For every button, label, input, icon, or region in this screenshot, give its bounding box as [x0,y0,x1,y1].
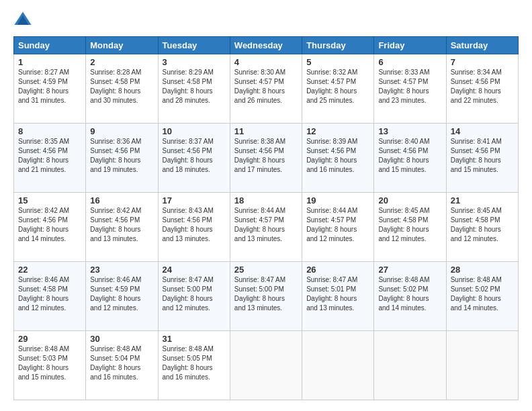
cell-info: Sunrise: 8:48 AMSunset: 5:02 PMDaylight:… [451,276,502,312]
logo [13,11,35,30]
calendar-cell: 14 Sunrise: 8:41 AMSunset: 4:56 PMDaylig… [446,124,518,193]
cell-info: Sunrise: 8:46 AMSunset: 4:59 PMDaylight:… [90,276,141,312]
header [13,11,519,30]
calendar-cell: 15 Sunrise: 8:42 AMSunset: 4:56 PMDaylig… [14,193,86,262]
cell-info: Sunrise: 8:28 AMSunset: 4:58 PMDaylight:… [90,68,141,104]
calendar-cell: 16 Sunrise: 8:42 AMSunset: 4:56 PMDaylig… [86,193,158,262]
day-number: 8 [18,126,81,136]
cell-info: Sunrise: 8:42 AMSunset: 4:56 PMDaylight:… [90,207,141,242]
day-header-monday: Monday [86,37,158,54]
day-number: 23 [90,265,153,275]
cell-info: Sunrise: 8:48 AMSunset: 5:02 PMDaylight:… [378,276,429,312]
calendar-cell: 19 Sunrise: 8:44 AMSunset: 4:57 PMDaylig… [302,193,374,262]
day-number: 27 [378,265,441,275]
day-number: 17 [163,195,226,205]
logo-icon [13,11,32,30]
day-header-saturday: Saturday [446,37,518,54]
week-row-2: 8 Sunrise: 8:35 AMSunset: 4:56 PMDayligh… [14,124,519,193]
cell-info: Sunrise: 8:27 AMSunset: 4:59 PMDaylight:… [18,68,69,104]
day-number: 1 [18,57,81,67]
cell-info: Sunrise: 8:36 AMSunset: 4:56 PMDaylight:… [90,138,141,173]
day-number: 31 [163,334,226,344]
cell-info: Sunrise: 8:47 AMSunset: 5:01 PMDaylight:… [306,276,357,312]
calendar-cell: 24 Sunrise: 8:47 AMSunset: 5:00 PMDaylig… [158,262,230,331]
week-row-5: 29 Sunrise: 8:48 AMSunset: 5:03 PMDaylig… [14,331,519,400]
cell-info: Sunrise: 8:38 AMSunset: 4:56 PMDaylight:… [234,138,285,173]
cell-info: Sunrise: 8:33 AMSunset: 4:57 PMDaylight:… [378,68,429,104]
day-number: 30 [90,334,153,344]
calendar-cell: 18 Sunrise: 8:44 AMSunset: 4:57 PMDaylig… [230,193,302,262]
cell-info: Sunrise: 8:45 AMSunset: 4:58 PMDaylight:… [451,207,502,242]
calendar-cell: 31 Sunrise: 8:48 AMSunset: 5:05 PMDaylig… [158,331,230,400]
calendar-cell: 1 Sunrise: 8:27 AMSunset: 4:59 PMDayligh… [14,54,86,124]
calendar-cell: 5 Sunrise: 8:32 AMSunset: 4:57 PMDayligh… [302,54,374,124]
calendar-cell [302,331,374,400]
day-header-friday: Friday [374,37,446,54]
calendar-cell: 6 Sunrise: 8:33 AMSunset: 4:57 PMDayligh… [374,54,446,124]
page: SundayMondayTuesdayWednesdayThursdayFrid… [0,0,532,411]
calendar-cell: 27 Sunrise: 8:48 AMSunset: 5:02 PMDaylig… [374,262,446,331]
calendar-cell: 21 Sunrise: 8:45 AMSunset: 4:58 PMDaylig… [446,193,518,262]
day-number: 14 [451,126,514,136]
calendar-cell: 4 Sunrise: 8:30 AMSunset: 4:57 PMDayligh… [230,54,302,124]
day-number: 13 [378,126,441,136]
day-number: 20 [378,195,441,205]
calendar-cell: 2 Sunrise: 8:28 AMSunset: 4:58 PMDayligh… [86,54,158,124]
cell-info: Sunrise: 8:47 AMSunset: 5:00 PMDaylight:… [234,276,285,312]
day-number: 19 [306,195,369,205]
day-number: 16 [90,195,153,205]
day-number: 22 [18,265,81,275]
calendar-cell: 11 Sunrise: 8:38 AMSunset: 4:56 PMDaylig… [230,124,302,193]
calendar-cell: 25 Sunrise: 8:47 AMSunset: 5:00 PMDaylig… [230,262,302,331]
day-number: 18 [234,195,298,205]
day-number: 29 [18,334,81,344]
cell-info: Sunrise: 8:41 AMSunset: 4:56 PMDaylight:… [451,138,502,173]
calendar-cell: 20 Sunrise: 8:45 AMSunset: 4:58 PMDaylig… [374,193,446,262]
week-row-3: 15 Sunrise: 8:42 AMSunset: 4:56 PMDaylig… [14,193,519,262]
calendar-cell: 10 Sunrise: 8:37 AMSunset: 4:56 PMDaylig… [158,124,230,193]
calendar-header-row: SundayMondayTuesdayWednesdayThursdayFrid… [14,37,519,54]
calendar-table: SundayMondayTuesdayWednesdayThursdayFrid… [13,36,519,400]
day-number: 15 [18,195,81,205]
day-header-thursday: Thursday [302,37,374,54]
calendar-cell: 12 Sunrise: 8:39 AMSunset: 4:56 PMDaylig… [302,124,374,193]
cell-info: Sunrise: 8:44 AMSunset: 4:57 PMDaylight:… [234,207,285,242]
day-number: 25 [234,265,298,275]
week-row-1: 1 Sunrise: 8:27 AMSunset: 4:59 PMDayligh… [14,54,519,124]
cell-info: Sunrise: 8:48 AMSunset: 5:05 PMDaylight:… [163,345,214,381]
cell-info: Sunrise: 8:34 AMSunset: 4:56 PMDaylight:… [451,68,502,104]
cell-info: Sunrise: 8:43 AMSunset: 4:56 PMDaylight:… [163,207,214,242]
calendar-cell [230,331,302,400]
day-number: 5 [306,57,369,67]
cell-info: Sunrise: 8:35 AMSunset: 4:56 PMDaylight:… [18,138,69,173]
day-number: 2 [90,57,153,67]
day-number: 24 [163,265,226,275]
cell-info: Sunrise: 8:32 AMSunset: 4:57 PMDaylight:… [306,68,357,104]
day-number: 3 [163,57,226,67]
cell-info: Sunrise: 8:40 AMSunset: 4:56 PMDaylight:… [378,138,429,173]
day-header-tuesday: Tuesday [158,37,230,54]
day-number: 9 [90,126,153,136]
day-number: 6 [378,57,441,67]
calendar-cell: 23 Sunrise: 8:46 AMSunset: 4:59 PMDaylig… [86,262,158,331]
day-number: 28 [451,265,514,275]
calendar-cell: 26 Sunrise: 8:47 AMSunset: 5:01 PMDaylig… [302,262,374,331]
cell-info: Sunrise: 8:48 AMSunset: 5:03 PMDaylight:… [18,345,69,381]
calendar-cell [446,331,518,400]
day-header-wednesday: Wednesday [230,37,302,54]
calendar-cell: 8 Sunrise: 8:35 AMSunset: 4:56 PMDayligh… [14,124,86,193]
cell-info: Sunrise: 8:44 AMSunset: 4:57 PMDaylight:… [306,207,357,242]
cell-info: Sunrise: 8:29 AMSunset: 4:58 PMDaylight:… [163,68,214,104]
cell-info: Sunrise: 8:45 AMSunset: 4:58 PMDaylight:… [378,207,429,242]
cell-info: Sunrise: 8:47 AMSunset: 5:00 PMDaylight:… [163,276,214,312]
calendar-cell: 30 Sunrise: 8:48 AMSunset: 5:04 PMDaylig… [86,331,158,400]
cell-info: Sunrise: 8:46 AMSunset: 4:58 PMDaylight:… [18,276,69,312]
cell-info: Sunrise: 8:39 AMSunset: 4:56 PMDaylight:… [306,138,357,173]
calendar-cell: 13 Sunrise: 8:40 AMSunset: 4:56 PMDaylig… [374,124,446,193]
cell-info: Sunrise: 8:37 AMSunset: 4:56 PMDaylight:… [163,138,214,173]
calendar-cell: 7 Sunrise: 8:34 AMSunset: 4:56 PMDayligh… [446,54,518,124]
calendar-cell: 29 Sunrise: 8:48 AMSunset: 5:03 PMDaylig… [14,331,86,400]
day-number: 4 [234,57,298,67]
day-header-sunday: Sunday [14,37,86,54]
week-row-4: 22 Sunrise: 8:46 AMSunset: 4:58 PMDaylig… [14,262,519,331]
